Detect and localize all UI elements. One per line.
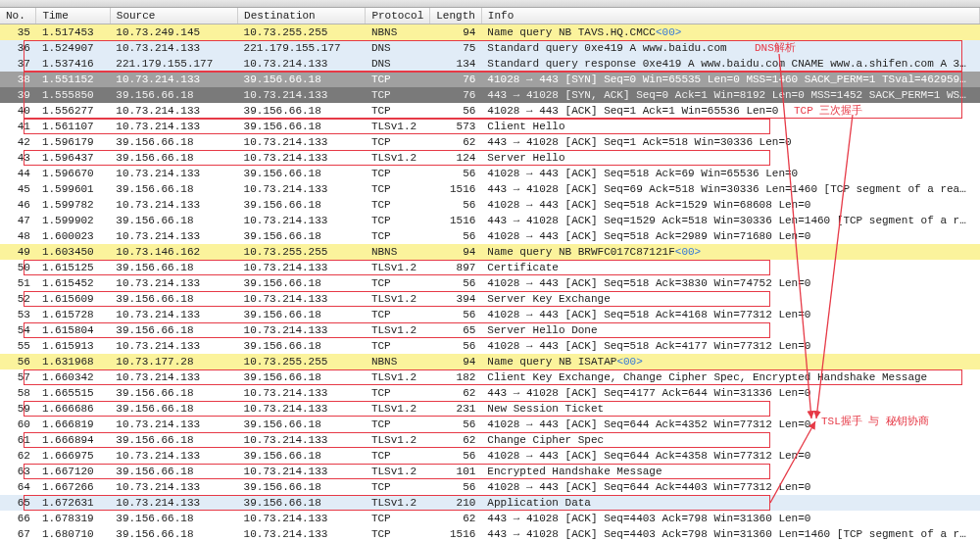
col-info[interactable]: Info bbox=[481, 8, 979, 25]
table-row[interactable]: 591.66668639.156.66.1810.73.214.133TLSv1… bbox=[0, 401, 980, 417]
table-row[interactable]: 501.61512539.156.66.1810.73.214.133TLSv1… bbox=[0, 260, 980, 275]
cell-dst: 10.73.214.133 bbox=[238, 526, 366, 541]
col-src[interactable]: Source bbox=[110, 8, 237, 25]
table-row[interactable]: 641.66726610.73.214.13339.156.66.18TCP56… bbox=[0, 479, 980, 495]
cell-len: 56 bbox=[430, 338, 482, 354]
table-row[interactable]: 561.63196810.73.177.2810.73.255.255NBNS9… bbox=[0, 354, 980, 369]
table-row[interactable]: 471.59990239.156.66.1810.73.214.133TCP15… bbox=[0, 213, 980, 228]
cell-len: 56 bbox=[430, 479, 482, 495]
cell-dst: 39.156.66.18 bbox=[238, 495, 366, 511]
cell-time: 1.551152 bbox=[36, 72, 110, 87]
table-row[interactable]: 491.60345010.73.146.16210.73.255.255NBNS… bbox=[0, 244, 980, 260]
cell-len: 56 bbox=[430, 103, 482, 119]
cell-src: 10.73.214.133 bbox=[110, 448, 237, 464]
cell-proto: TCP bbox=[366, 338, 430, 354]
cell-src: 10.73.214.133 bbox=[110, 307, 237, 322]
table-row[interactable]: 461.59978210.73.214.13339.156.66.18TCP56… bbox=[0, 197, 980, 213]
table-row[interactable]: 411.56110710.73.214.13339.156.66.18TLSv1… bbox=[0, 119, 980, 134]
cell-time: 1.667266 bbox=[36, 479, 110, 495]
cell-len: 56 bbox=[430, 275, 482, 291]
cell-len: 75 bbox=[430, 40, 482, 56]
cell-info: Encrypted Handshake Message bbox=[481, 464, 979, 479]
table-row[interactable]: 371.537416221.179.155.17710.73.214.133DN… bbox=[0, 56, 980, 72]
table-row[interactable]: 421.59617939.156.66.1810.73.214.133TCP62… bbox=[0, 134, 980, 150]
cell-info: 41028 → 443 [ACK] Seq=644 Ack=4403 Win=7… bbox=[481, 479, 979, 495]
table-row[interactable]: 571.66034210.73.214.13339.156.66.18TLSv1… bbox=[0, 369, 980, 385]
cell-time: 1.666975 bbox=[36, 448, 110, 464]
cell-dst: 39.156.66.18 bbox=[238, 275, 366, 291]
table-row[interactable]: 361.52490710.73.214.133221.179.155.177DN… bbox=[0, 40, 980, 56]
table-row[interactable]: 671.68071039.156.66.1810.73.214.133TCP15… bbox=[0, 526, 980, 541]
cell-no: 48 bbox=[0, 228, 36, 244]
table-row[interactable]: 431.59643739.156.66.1810.73.214.133TLSv1… bbox=[0, 150, 980, 166]
cell-proto: TLSv1.2 bbox=[366, 119, 430, 134]
table-row[interactable]: 381.55115210.73.214.13339.156.66.18TCP76… bbox=[0, 72, 980, 87]
table-row[interactable]: 401.55627710.73.214.13339.156.66.18TCP56… bbox=[0, 103, 980, 119]
cell-dst: 10.73.214.133 bbox=[238, 213, 366, 228]
cell-info: Client Hello bbox=[481, 119, 979, 134]
col-len[interactable]: Length bbox=[430, 8, 482, 25]
cell-len: 62 bbox=[430, 385, 482, 401]
cell-len: 897 bbox=[430, 260, 482, 275]
table-row[interactable]: 661.67831939.156.66.1810.73.214.133TCP62… bbox=[0, 511, 980, 526]
col-time[interactable]: Time bbox=[36, 8, 110, 25]
cell-len: 101 bbox=[430, 464, 482, 479]
table-row[interactable]: 481.60002310.73.214.13339.156.66.18TCP56… bbox=[0, 228, 980, 244]
cell-no: 55 bbox=[0, 338, 36, 354]
cell-no: 58 bbox=[0, 385, 36, 401]
cell-info: Server Hello Done bbox=[481, 322, 979, 338]
table-row[interactable]: 541.61580439.156.66.1810.73.214.133TLSv1… bbox=[0, 322, 980, 338]
table-row[interactable]: 581.66551539.156.66.1810.73.214.133TCP62… bbox=[0, 385, 980, 401]
table-header[interactable]: No. Time Source Destination Protocol Len… bbox=[0, 8, 980, 25]
packet-table[interactable]: No. Time Source Destination Protocol Len… bbox=[0, 8, 980, 541]
table-row[interactable]: 441.59667010.73.214.13339.156.66.18TCP56… bbox=[0, 166, 980, 181]
cell-len: 210 bbox=[430, 495, 482, 511]
title-bar bbox=[0, 0, 980, 8]
table-row[interactable]: 511.61545210.73.214.13339.156.66.18TCP56… bbox=[0, 275, 980, 291]
cell-no: 63 bbox=[0, 464, 36, 479]
table-row[interactable]: 521.61560939.156.66.1810.73.214.133TLSv1… bbox=[0, 291, 980, 307]
cell-time: 1.672631 bbox=[36, 495, 110, 511]
cell-info: 41028 → 443 [ACK] Seq=644 Ack=4352 Win=7… bbox=[481, 417, 979, 432]
cell-no: 62 bbox=[0, 448, 36, 464]
table-row[interactable]: 631.66712039.156.66.1810.73.214.133TLSv1… bbox=[0, 464, 980, 479]
cell-no: 57 bbox=[0, 369, 36, 385]
cell-len: 1516 bbox=[430, 526, 482, 541]
col-dst[interactable]: Destination bbox=[238, 8, 366, 25]
table-row[interactable]: 531.61572810.73.214.13339.156.66.18TCP56… bbox=[0, 307, 980, 322]
cell-len: 94 bbox=[430, 244, 482, 260]
cell-src: 221.179.155.177 bbox=[110, 56, 237, 72]
cell-info: 41028 → 443 [ACK] Seq=518 Ack=4168 Win=7… bbox=[481, 307, 979, 322]
cell-len: 394 bbox=[430, 291, 482, 307]
cell-proto: TLSv1.2 bbox=[366, 401, 430, 417]
table-row[interactable]: 611.66689439.156.66.1810.73.214.133TLSv1… bbox=[0, 432, 980, 448]
table-row[interactable]: 651.67263110.73.214.13339.156.66.18TLSv1… bbox=[0, 495, 980, 511]
cell-proto: TLSv1.2 bbox=[366, 322, 430, 338]
table-row[interactable]: 391.55585039.156.66.1810.73.214.133TCP76… bbox=[0, 87, 980, 103]
cell-proto: TCP bbox=[366, 228, 430, 244]
cell-time: 1.603450 bbox=[36, 244, 110, 260]
cell-dst: 39.156.66.18 bbox=[238, 369, 366, 385]
cell-no: 45 bbox=[0, 181, 36, 197]
cell-no: 40 bbox=[0, 103, 36, 119]
cell-no: 46 bbox=[0, 197, 36, 213]
cell-time: 1.556277 bbox=[36, 103, 110, 119]
cell-info: 443 → 41028 [ACK] Seq=4403 Ack=798 Win=3… bbox=[481, 526, 979, 541]
cell-len: 56 bbox=[430, 417, 482, 432]
cell-len: 65 bbox=[430, 322, 482, 338]
col-proto[interactable]: Protocol bbox=[366, 8, 430, 25]
table-row[interactable]: 551.61591310.73.214.13339.156.66.18TCP56… bbox=[0, 338, 980, 354]
cell-time: 1.615804 bbox=[36, 322, 110, 338]
table-row[interactable]: 451.59960139.156.66.1810.73.214.133TCP15… bbox=[0, 181, 980, 197]
table-row[interactable]: 351.51745310.73.249.14510.73.255.255NBNS… bbox=[0, 25, 980, 41]
table-row[interactable]: 621.66697510.73.214.13339.156.66.18TCP56… bbox=[0, 448, 980, 464]
col-no[interactable]: No. bbox=[0, 8, 36, 25]
cell-time: 1.599601 bbox=[36, 181, 110, 197]
cell-no: 35 bbox=[0, 25, 36, 41]
cell-proto: NBNS bbox=[366, 354, 430, 369]
cell-dst: 39.156.66.18 bbox=[238, 228, 366, 244]
table-row[interactable]: 601.66681910.73.214.13339.156.66.18TCP56… bbox=[0, 417, 980, 432]
cell-len: 134 bbox=[430, 56, 482, 72]
cell-time: 1.666819 bbox=[36, 417, 110, 432]
cell-dst: 10.73.214.133 bbox=[238, 432, 366, 448]
